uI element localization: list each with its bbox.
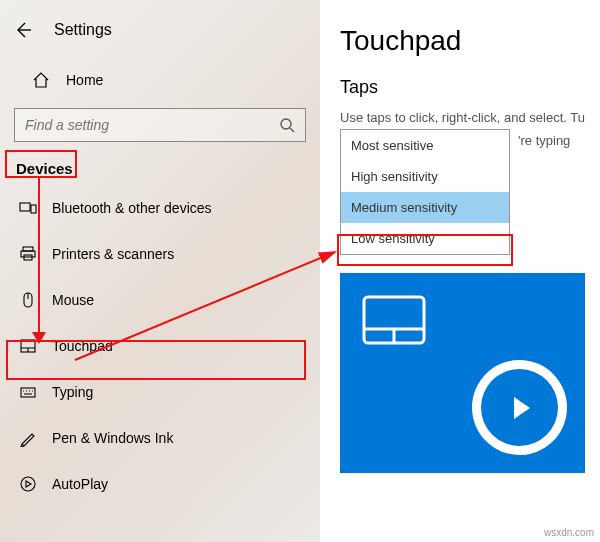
play-icon xyxy=(481,369,558,446)
watermark: wsxdn.com xyxy=(544,527,594,538)
back-icon[interactable] xyxy=(14,21,34,39)
nav-pen[interactable]: Pen & Windows Ink xyxy=(0,415,320,461)
nav-home[interactable]: Home xyxy=(0,60,320,100)
taps-description: Use taps to click, right-click, and sele… xyxy=(340,110,600,125)
nav-autoplay-label: AutoPlay xyxy=(52,476,108,492)
nav-bluetooth[interactable]: Bluetooth & other devices xyxy=(0,185,320,231)
keyboard-icon xyxy=(18,383,38,401)
svg-rect-3 xyxy=(23,247,33,251)
devices-icon xyxy=(18,199,38,217)
nav-touchpad-label: Touchpad xyxy=(52,338,113,354)
dropdown-option-most[interactable]: Most sensitive xyxy=(341,130,509,161)
page-title: Touchpad xyxy=(340,25,600,57)
sensitivity-dropdown[interactable]: Most sensitive High sensitivity Medium s… xyxy=(340,129,510,255)
nav-autoplay[interactable]: AutoPlay xyxy=(0,461,320,507)
section-taps: Taps xyxy=(340,77,600,98)
video-tile[interactable] xyxy=(340,273,585,473)
nav-home-label: Home xyxy=(66,72,103,88)
nav-mouse-label: Mouse xyxy=(52,292,94,308)
svg-point-0 xyxy=(281,119,291,129)
pen-icon xyxy=(18,429,38,447)
nav-bluetooth-label: Bluetooth & other devices xyxy=(52,200,212,216)
category-devices: Devices xyxy=(6,152,83,185)
touchpad-tile-icon xyxy=(362,295,426,345)
dropdown-option-low[interactable]: Low sensitivity xyxy=(341,223,509,254)
nav-typing-label: Typing xyxy=(52,384,93,400)
nav-touchpad[interactable]: Touchpad xyxy=(0,323,320,369)
svg-rect-1 xyxy=(20,203,30,211)
touchpad-icon xyxy=(18,337,38,355)
settings-title: Settings xyxy=(54,21,112,39)
main-panel: Touchpad Taps Use taps to click, right-c… xyxy=(320,0,600,542)
dropdown-option-medium[interactable]: Medium sensitivity xyxy=(341,192,509,223)
mouse-icon xyxy=(18,291,38,309)
search-input-wrap[interactable] xyxy=(14,108,306,142)
nav-pen-label: Pen & Windows Ink xyxy=(52,430,173,446)
dropdown-option-high[interactable]: High sensitivity xyxy=(341,161,509,192)
search-icon xyxy=(279,117,295,133)
settings-sidebar: Settings Home Devices Bluetooth & other … xyxy=(0,0,320,542)
autoplay-icon xyxy=(18,475,38,493)
svg-rect-8 xyxy=(21,388,35,397)
nav-printers[interactable]: Printers & scanners xyxy=(0,231,320,277)
nav-mouse[interactable]: Mouse xyxy=(0,277,320,323)
nav-printers-label: Printers & scanners xyxy=(52,246,174,262)
nav-typing[interactable]: Typing xyxy=(0,369,320,415)
play-button[interactable] xyxy=(472,360,567,455)
printer-icon xyxy=(18,245,38,263)
svg-point-9 xyxy=(21,477,35,491)
svg-rect-2 xyxy=(31,205,36,213)
search-input[interactable] xyxy=(25,117,279,133)
svg-rect-4 xyxy=(21,251,35,257)
desc-tail: 're typing xyxy=(518,133,570,148)
home-icon xyxy=(32,71,52,89)
